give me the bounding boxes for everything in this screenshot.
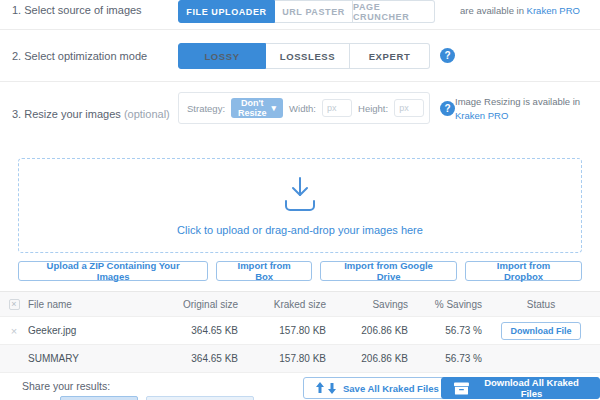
header-status: Status	[482, 299, 600, 310]
archive-icon	[454, 382, 469, 395]
save-all-kraked-files-button[interactable]: Save All Kraked Files	[303, 377, 452, 399]
upload-dropzone[interactable]: Click to upload or drag-and-drop your im…	[18, 158, 582, 253]
kraken-pro-link-resize[interactable]: Kraken PRO	[455, 110, 508, 121]
tab-url-paster[interactable]: URL PASTER	[275, 0, 353, 23]
height-input[interactable]	[394, 99, 424, 117]
download-all-kraked-files-button[interactable]: Download All Kraked Files	[441, 377, 600, 399]
width-label: Width:	[289, 103, 316, 114]
tab-lossy[interactable]: LOSSY	[178, 43, 266, 69]
step-resize-label: 3. Resize your images (optional)	[12, 108, 170, 120]
step-mode-label: 2. Select optimization mode	[12, 50, 147, 62]
strategy-label: Strategy:	[187, 103, 225, 114]
table-header-row: × File name Original size Kraked size Sa…	[0, 291, 600, 317]
header-kraked-size: Kraked size	[238, 299, 326, 310]
share-button-2[interactable]	[146, 396, 254, 400]
height-label: Height:	[358, 103, 388, 114]
summary-label: SUMMARY	[28, 353, 150, 364]
header-original-size: Original size	[150, 299, 238, 310]
results-table: × File name Original size Kraked size Sa…	[0, 291, 600, 373]
kraken-optimizer-page: 1. Select source of images FILE UPLOADER…	[0, 0, 600, 400]
import-box-button[interactable]: Import from Box	[216, 261, 312, 281]
save-all-label: Save All Kraked Files	[343, 383, 439, 394]
pro-note-resize-text: Image Resizing is available in	[455, 96, 580, 107]
kraken-pro-link[interactable]: Kraken PRO	[527, 5, 580, 16]
import-google-drive-button[interactable]: Import from Google Drive	[320, 261, 457, 281]
cell-original-size: 364.65 KB	[150, 325, 238, 336]
import-dropbox-button[interactable]: Import from Dropbox	[465, 261, 582, 281]
step-resize-label-text: 3. Resize your images	[12, 108, 124, 120]
cell-kraked-size: 157.80 KB	[238, 325, 326, 336]
summary-original-size: 364.65 KB	[150, 353, 238, 364]
download-all-label: Download All Kraked Files	[476, 377, 587, 399]
remove-file-icon[interactable]: ×	[11, 325, 17, 337]
step-mode-row: 2. Select optimization mode LOSSY LOSSLE…	[0, 29, 600, 81]
share-results-label: Share your results:	[22, 380, 110, 392]
tab-expert[interactable]: EXPERT	[350, 43, 430, 69]
mode-tabs: LOSSY LOSSLESS EXPERT	[178, 43, 430, 69]
clear-all-icon[interactable]: ×	[9, 299, 20, 310]
summary-kraked-size: 157.80 KB	[238, 353, 326, 364]
cloud-export-icon	[316, 382, 336, 394]
header-savings: Savings	[326, 299, 408, 310]
pro-note-resize: Image Resizing is available inKraken PRO	[455, 95, 585, 123]
step-resize-optional: (optional)	[124, 108, 170, 120]
cell-pct-savings: 56.73 %	[408, 325, 482, 336]
header-pct-savings: % Savings	[408, 299, 482, 310]
mode-help-icon[interactable]: ?	[440, 48, 455, 63]
table-row: × Geeker.jpg 364.65 KB 157.80 KB 206.86 …	[0, 317, 600, 345]
strategy-value: Don't Resize	[238, 98, 267, 118]
resize-options-box: Strategy: Don't Resize▾ Width: Height:	[178, 92, 430, 124]
step-source-label: 1. Select source of images	[12, 4, 142, 16]
strategy-dropdown[interactable]: Don't Resize▾	[231, 98, 283, 118]
dropzone-text: Click to upload or drag-and-drop your im…	[177, 224, 423, 236]
cell-savings: 206.86 KB	[326, 325, 408, 336]
pro-note-top: are available in Kraken PRO	[455, 4, 585, 18]
upload-arrow-icon	[279, 176, 321, 214]
header-file-name: File name	[28, 299, 150, 310]
width-input[interactable]	[322, 99, 352, 117]
source-tabs: FILE UPLOADER URL PASTER PAGE CRUNCHER	[178, 0, 435, 23]
table-summary-row: SUMMARY 364.65 KB 157.80 KB 206.86 KB 56…	[0, 345, 600, 373]
tab-file-uploader[interactable]: FILE UPLOADER	[178, 0, 275, 23]
tab-lossless[interactable]: LOSSLESS	[266, 43, 350, 69]
share-button-1[interactable]	[60, 396, 138, 400]
step-source-row: 1. Select source of images FILE UPLOADER…	[0, 0, 600, 29]
resize-help-icon[interactable]: ?	[440, 101, 455, 116]
import-button-row: Upload a ZIP Containing Your Images Impo…	[18, 261, 582, 281]
summary-savings: 206.86 KB	[326, 353, 408, 364]
pro-note-top-text: are available in	[460, 5, 527, 16]
download-file-button[interactable]: Download File	[501, 322, 580, 340]
summary-pct-savings: 56.73 %	[408, 353, 482, 364]
upload-zip-button[interactable]: Upload a ZIP Containing Your Images	[18, 261, 208, 281]
tab-page-cruncher[interactable]: PAGE CRUNCHER	[353, 0, 435, 23]
chevron-down-icon: ▾	[272, 103, 277, 113]
cell-file-name: Geeker.jpg	[28, 325, 150, 336]
